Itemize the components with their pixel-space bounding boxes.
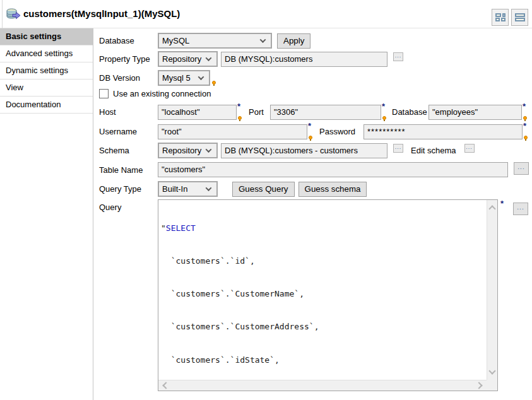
- schema-browse-button[interactable]: ...: [393, 144, 403, 153]
- query-required-marker: *: [500, 201, 504, 207]
- scroll-down-icon[interactable]: [488, 367, 495, 374]
- schema-dropdown[interactable]: Repository: [158, 143, 218, 158]
- query-type-row: Query Type Built-In Guess Query Guess sc…: [99, 181, 367, 197]
- edit-schema-browse-button[interactable]: ...: [464, 144, 475, 153]
- settings-sidebar: Basic settings Advanced settings Dynamic…: [0, 28, 93, 400]
- db-version-dropdown[interactable]: Mysql 5: [158, 70, 210, 86]
- query-type-dropdown[interactable]: Built-In: [158, 181, 218, 197]
- sidebar-item-advanced-settings[interactable]: Advanced settings: [0, 45, 93, 62]
- table-name-row: Table Name "customers": [99, 162, 508, 177]
- property-repository-field[interactable]: DB (MYSQL):customers: [221, 52, 387, 67]
- query-type-label: Query Type: [99, 184, 158, 194]
- sidebar-item-basic-settings[interactable]: Basic settings: [0, 28, 93, 45]
- guess-query-button[interactable]: Guess Query: [232, 182, 295, 197]
- username-field[interactable]: "root": [158, 124, 307, 139]
- header: customers(tMysqlInput_1)(MySQL): [0, 0, 532, 28]
- query-type-dropdown-value: Built-In: [162, 184, 187, 194]
- port-label: Port: [249, 107, 268, 117]
- schema-dropdown-value: Repository: [162, 146, 201, 155]
- existing-connection-row: Use an existing connection: [99, 89, 211, 98]
- database-label: Database: [99, 36, 158, 45]
- mysql-input-component-icon: [6, 8, 21, 23]
- hint-bulb-icon: [309, 136, 312, 139]
- hint-bulb-icon: [382, 116, 386, 120]
- scroll-right-icon[interactable]: [475, 382, 482, 389]
- sidebar-item-view[interactable]: View: [0, 79, 93, 97]
- sidebar-item-dynamic-settings[interactable]: Dynamic settings: [0, 62, 93, 79]
- chevron-down-icon: [206, 146, 212, 153]
- property-browse-button[interactable]: ...: [393, 52, 403, 61]
- property-type-label: Property Type: [99, 54, 158, 64]
- query-editor[interactable]: "SELECT `customers`.`id`, `customers`.`C…: [158, 199, 498, 391]
- table-name-label: Table Name: [99, 165, 158, 175]
- chevron-down-icon: [206, 55, 212, 61]
- property-type-dropdown[interactable]: Repository: [158, 51, 218, 67]
- query-sql-text[interactable]: "SELECT `customers`.`id`, `customers`.`C…: [158, 200, 487, 380]
- username-label: Username: [99, 127, 158, 136]
- host-label: Host: [99, 107, 158, 117]
- password-field[interactable]: **********: [364, 124, 523, 139]
- database-row: Database MySQL Apply: [99, 33, 310, 49]
- hint-bulb-icon: [212, 81, 216, 85]
- db-version-label: DB Version: [99, 73, 158, 83]
- database-name-field[interactable]: "employees": [429, 105, 522, 120]
- hint-bulb-icon: [524, 136, 528, 139]
- guess-schema-button[interactable]: Guess schema: [299, 182, 367, 197]
- schema-repository-field[interactable]: DB (MYSQL):customers - customers: [221, 143, 387, 158]
- apply-button[interactable]: Apply: [277, 33, 310, 49]
- database-required-marker: *: [523, 103, 529, 121]
- table-name-browse-button[interactable]: ...: [514, 162, 529, 175]
- chevron-down-icon: [206, 185, 212, 191]
- scroll-left-icon[interactable]: [162, 382, 169, 389]
- username-required-marker: *: [308, 123, 314, 140]
- hint-bulb-icon: [238, 116, 242, 120]
- host-row: Host "localhost" * Port "3306" * Databas…: [99, 103, 529, 121]
- rows-layout-button[interactable]: [511, 9, 528, 26]
- query-horizontal-scrollbar[interactable]: [158, 380, 487, 391]
- password-label: Password: [319, 127, 361, 136]
- query-browse-button[interactable]: ...: [513, 203, 528, 215]
- table-name-field[interactable]: "customers": [158, 162, 508, 177]
- db-version-row: DB Version Mysql 5: [99, 70, 216, 86]
- database-dropdown-value: MySQL: [162, 36, 189, 45]
- port-required-marker: *: [382, 103, 388, 121]
- password-required-marker: *: [523, 123, 529, 140]
- scrollbar-corner: [487, 380, 497, 391]
- host-field[interactable]: "localhost": [158, 105, 237, 120]
- component-settings-window: customers(tMysqlInput_1)(MySQL) Basic se…: [0, 0, 532, 400]
- port-field[interactable]: "3306": [270, 105, 381, 120]
- basic-settings-panel: Database MySQL Apply Property Type Repos…: [94, 28, 532, 400]
- rows-layout-icon: [515, 13, 525, 21]
- sidebar-item-documentation[interactable]: Documentation: [0, 97, 93, 114]
- schema-label: Schema: [99, 146, 158, 155]
- schema-row: Schema Repository DB (MYSQL):customers -…: [99, 143, 475, 158]
- database-name-label: Database: [392, 107, 427, 117]
- query-vertical-scrollbar[interactable]: [487, 200, 497, 380]
- layout-toggle-group: [492, 9, 528, 26]
- database-dropdown[interactable]: MySQL: [158, 33, 272, 49]
- property-type-row: Property Type Repository DB (MYSQL):cust…: [99, 51, 403, 67]
- query-label: Query: [99, 203, 121, 212]
- host-required-marker: *: [237, 103, 244, 121]
- view-edge-divider: [2, 0, 3, 28]
- property-type-dropdown-value: Repository: [162, 54, 201, 64]
- chevron-down-icon: [198, 74, 204, 80]
- chevron-down-icon: [260, 37, 266, 43]
- scroll-up-icon[interactable]: [488, 205, 495, 212]
- hint-bulb-icon: [523, 116, 527, 120]
- db-version-dropdown-value: Mysql 5: [162, 73, 191, 83]
- grid-layout-button[interactable]: [492, 9, 509, 26]
- page-title: customers(tMysqlInput_1)(MySQL): [23, 8, 180, 19]
- existing-connection-checkbox[interactable]: [99, 89, 109, 98]
- edit-schema-label: Edit schema: [411, 146, 456, 155]
- username-row: Username "root" * Password ********** *: [99, 123, 529, 140]
- existing-connection-label: Use an existing connection: [113, 89, 211, 98]
- grid-layout-icon: [495, 13, 505, 21]
